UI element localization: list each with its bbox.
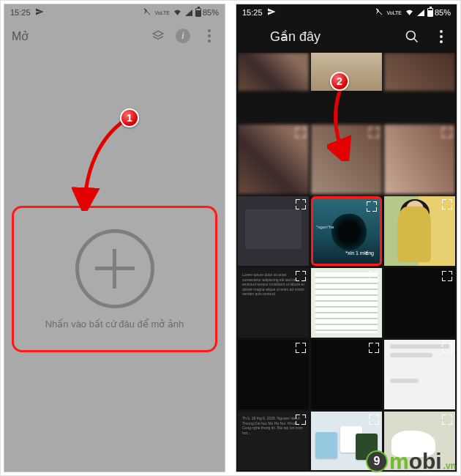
status-time: 15:25 — [242, 8, 263, 17]
thumbnail[interactable] — [238, 340, 309, 409]
thumbnail[interactable] — [384, 196, 455, 266]
send-icon — [35, 7, 44, 18]
overflow-menu-icon[interactable] — [433, 29, 449, 45]
watermark-obi: obi — [409, 449, 442, 474]
open-image-area[interactable]: Nhấn vào bất cứ đâu để mở ảnh — [12, 206, 217, 352]
signal-icon — [185, 10, 192, 16]
watermark-vn: .vn — [443, 461, 456, 471]
layers-icon[interactable] — [151, 29, 165, 42]
gallery-grid: "ngon"ha *xin 1 miếng Lorem ipsum dolor … — [238, 53, 455, 470]
step-badge-2: 2 — [330, 72, 349, 91]
thumbnail[interactable] — [384, 340, 455, 409]
step-badge-1: 1 — [120, 108, 139, 127]
info-icon[interactable]: i — [175, 28, 191, 44]
status-bar: 15:25 VoLTE 85% — [236, 4, 457, 21]
status-left: 15:25 — [242, 7, 276, 18]
thumbnail[interactable] — [238, 53, 309, 91]
thumbnail[interactable] — [311, 124, 382, 194]
page-title: Mở — [12, 29, 29, 43]
signal-icon — [417, 10, 424, 16]
thumbnail[interactable]: Th 6, 18 thg 9, 2020. Nguyen Van A. Truo… — [238, 412, 309, 470]
thumbnail[interactable] — [384, 268, 455, 338]
phone-screenshot-right: 15:25 VoLTE 85% Gần đây — [236, 4, 457, 472]
vibrate-icon — [143, 7, 151, 18]
send-icon — [267, 7, 276, 18]
page-title: Gần đây — [270, 29, 391, 45]
overflow-menu-icon[interactable] — [201, 28, 217, 44]
status-left: 15:25 — [10, 7, 44, 18]
thumbnail[interactable] — [238, 196, 309, 266]
battery-percent: 85% — [203, 8, 219, 17]
watermark-m: m — [389, 449, 409, 474]
thumb-caption: *xin 1 miếng — [345, 250, 374, 256]
watermark: 9 m obi .vn — [366, 449, 456, 474]
thumbnail[interactable] — [384, 124, 455, 194]
thumbnail[interactable] — [311, 268, 382, 338]
thumbnail[interactable] — [384, 53, 455, 91]
thumbnail[interactable]: Lorem ipsum dolor sit amet consectetur a… — [238, 268, 309, 338]
wifi-icon — [405, 7, 414, 18]
open-image-hint: Nhấn vào bất cứ đâu để mở ảnh — [41, 319, 189, 330]
thumbnail-selected[interactable]: "ngon"ha *xin 1 miếng — [311, 196, 382, 266]
svg-point-0 — [407, 31, 416, 40]
thumbnail[interactable] — [311, 340, 382, 409]
status-right: VoLTE 85% — [143, 7, 219, 18]
app-header-left: Mở i — [4, 21, 225, 51]
header-actions: i — [151, 28, 217, 44]
vibrate-icon — [375, 7, 383, 18]
battery-indicator: 85% — [195, 8, 219, 17]
arrow-1 — [72, 116, 130, 211]
status-right: VoLTE 85% — [375, 7, 451, 18]
battery-indicator: 85% — [427, 8, 451, 17]
thumbnail[interactable] — [238, 124, 309, 194]
app-header-right: Gần đây — [236, 21, 457, 53]
thumb-caption: "ngon"ha — [316, 225, 334, 229]
status-time: 15:25 — [10, 8, 31, 17]
battery-percent: 85% — [435, 8, 451, 17]
watermark-badge: 9 — [366, 450, 388, 472]
phone-screenshot-left: 15:25 VoLTE 85% Mở — [4, 4, 225, 472]
plus-circle-icon — [75, 229, 154, 308]
menu-icon[interactable] — [244, 29, 257, 45]
search-icon[interactable] — [404, 29, 420, 45]
network-type-label: VoLTE — [386, 10, 402, 15]
status-bar: 15:25 VoLTE 85% — [4, 4, 225, 21]
wifi-icon — [173, 7, 182, 18]
network-type-label: VoLTE — [154, 10, 170, 15]
